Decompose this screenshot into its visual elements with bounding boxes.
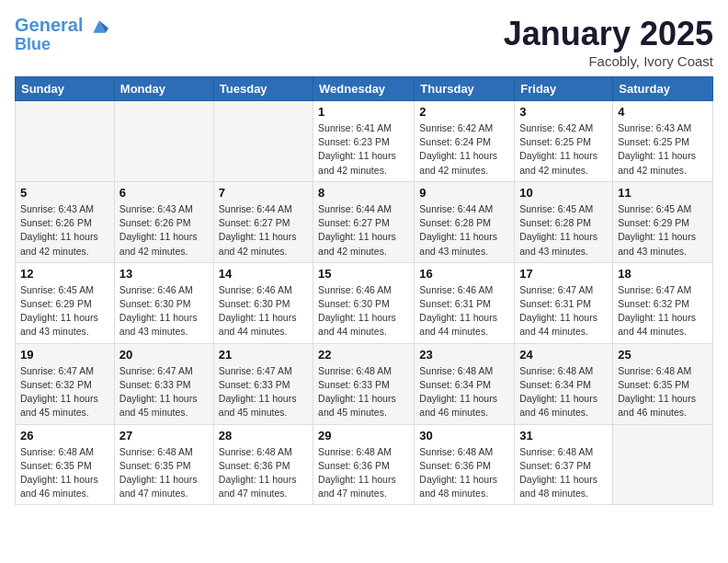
day-info: Sunrise: 6:48 AM Sunset: 6:37 PM Dayligh… bbox=[519, 445, 608, 501]
calendar-cell bbox=[114, 101, 213, 182]
calendar-cell: 10Sunrise: 6:45 AM Sunset: 6:28 PM Dayli… bbox=[515, 181, 613, 262]
day-info: Sunrise: 6:45 AM Sunset: 6:28 PM Dayligh… bbox=[519, 202, 608, 259]
day-number: 20 bbox=[119, 348, 209, 362]
day-info: Sunrise: 6:43 AM Sunset: 6:25 PM Dayligh… bbox=[618, 121, 708, 178]
calendar-cell: 22Sunrise: 6:48 AM Sunset: 6:33 PM Dayli… bbox=[313, 343, 415, 424]
day-info: Sunrise: 6:43 AM Sunset: 6:26 PM Dayligh… bbox=[119, 202, 209, 259]
calendar-cell: 30Sunrise: 6:48 AM Sunset: 6:36 PM Dayli… bbox=[415, 424, 515, 505]
logo-icon bbox=[90, 17, 108, 36]
day-info: Sunrise: 6:48 AM Sunset: 6:36 PM Dayligh… bbox=[219, 445, 308, 501]
logo-blue: Blue bbox=[15, 36, 108, 54]
day-number: 27 bbox=[119, 429, 209, 442]
day-info: Sunrise: 6:46 AM Sunset: 6:31 PM Dayligh… bbox=[419, 283, 509, 339]
weekday-header-tuesday: Tuesday bbox=[213, 77, 313, 101]
calendar-cell: 31Sunrise: 6:48 AM Sunset: 6:37 PM Dayli… bbox=[515, 424, 613, 505]
calendar-table: SundayMondayTuesdayWednesdayThursdayFrid… bbox=[15, 76, 713, 505]
day-number: 26 bbox=[20, 429, 109, 442]
day-number: 9 bbox=[419, 186, 509, 200]
day-number: 30 bbox=[419, 429, 509, 442]
calendar-cell: 14Sunrise: 6:46 AM Sunset: 6:30 PM Dayli… bbox=[213, 262, 313, 343]
calendar-cell: 18Sunrise: 6:47 AM Sunset: 6:32 PM Dayli… bbox=[613, 262, 713, 343]
day-info: Sunrise: 6:48 AM Sunset: 6:33 PM Dayligh… bbox=[318, 364, 409, 420]
day-info: Sunrise: 6:44 AM Sunset: 6:27 PM Dayligh… bbox=[318, 202, 409, 259]
weekday-header-sunday: Sunday bbox=[16, 77, 115, 101]
day-info: Sunrise: 6:46 AM Sunset: 6:30 PM Dayligh… bbox=[219, 283, 308, 339]
location: Facobly, Ivory Coast bbox=[504, 53, 713, 69]
day-number: 23 bbox=[419, 348, 509, 362]
calendar-week-row: 1Sunrise: 6:41 AM Sunset: 6:23 PM Daylig… bbox=[16, 101, 713, 182]
day-info: Sunrise: 6:43 AM Sunset: 6:26 PM Dayligh… bbox=[20, 202, 109, 259]
day-info: Sunrise: 6:46 AM Sunset: 6:30 PM Dayligh… bbox=[318, 283, 409, 339]
day-number: 7 bbox=[219, 186, 308, 200]
calendar-week-row: 19Sunrise: 6:47 AM Sunset: 6:32 PM Dayli… bbox=[16, 343, 713, 424]
calendar-cell: 20Sunrise: 6:47 AM Sunset: 6:33 PM Dayli… bbox=[114, 343, 213, 424]
day-info: Sunrise: 6:48 AM Sunset: 6:36 PM Dayligh… bbox=[419, 445, 509, 501]
day-info: Sunrise: 6:48 AM Sunset: 6:34 PM Dayligh… bbox=[519, 364, 608, 420]
calendar-cell: 11Sunrise: 6:45 AM Sunset: 6:29 PM Dayli… bbox=[613, 181, 713, 262]
calendar-cell: 1Sunrise: 6:41 AM Sunset: 6:23 PM Daylig… bbox=[313, 101, 415, 182]
calendar-cell: 16Sunrise: 6:46 AM Sunset: 6:31 PM Dayli… bbox=[415, 262, 515, 343]
day-number: 8 bbox=[318, 186, 409, 200]
calendar-cell: 5Sunrise: 6:43 AM Sunset: 6:26 PM Daylig… bbox=[16, 181, 115, 262]
day-info: Sunrise: 6:46 AM Sunset: 6:30 PM Dayligh… bbox=[119, 283, 209, 339]
day-info: Sunrise: 6:42 AM Sunset: 6:24 PM Dayligh… bbox=[419, 121, 509, 178]
day-number: 4 bbox=[618, 105, 708, 119]
day-number: 21 bbox=[219, 348, 308, 362]
calendar-week-row: 5Sunrise: 6:43 AM Sunset: 6:26 PM Daylig… bbox=[16, 181, 713, 262]
day-info: Sunrise: 6:44 AM Sunset: 6:28 PM Dayligh… bbox=[419, 202, 509, 259]
page-header: General Blue January 2025 Facobly, Ivory… bbox=[15, 15, 713, 69]
calendar-cell: 12Sunrise: 6:45 AM Sunset: 6:29 PM Dayli… bbox=[16, 262, 115, 343]
day-number: 16 bbox=[419, 267, 509, 281]
day-number: 17 bbox=[519, 267, 608, 281]
day-info: Sunrise: 6:48 AM Sunset: 6:34 PM Dayligh… bbox=[419, 364, 509, 420]
day-number: 12 bbox=[20, 267, 109, 281]
day-number: 1 bbox=[318, 105, 409, 119]
day-number: 13 bbox=[119, 267, 209, 281]
calendar-cell: 8Sunrise: 6:44 AM Sunset: 6:27 PM Daylig… bbox=[313, 181, 415, 262]
day-info: Sunrise: 6:45 AM Sunset: 6:29 PM Dayligh… bbox=[20, 283, 109, 339]
calendar-cell: 28Sunrise: 6:48 AM Sunset: 6:36 PM Dayli… bbox=[213, 424, 313, 505]
day-number: 5 bbox=[20, 186, 109, 200]
day-number: 14 bbox=[219, 267, 308, 281]
calendar-cell: 15Sunrise: 6:46 AM Sunset: 6:30 PM Dayli… bbox=[313, 262, 415, 343]
day-number: 31 bbox=[519, 429, 608, 442]
calendar-week-row: 26Sunrise: 6:48 AM Sunset: 6:35 PM Dayli… bbox=[16, 424, 713, 505]
logo-text: General bbox=[15, 15, 108, 36]
day-info: Sunrise: 6:48 AM Sunset: 6:35 PM Dayligh… bbox=[618, 364, 708, 420]
calendar-cell bbox=[16, 101, 115, 182]
calendar-cell: 4Sunrise: 6:43 AM Sunset: 6:25 PM Daylig… bbox=[613, 101, 713, 182]
day-info: Sunrise: 6:48 AM Sunset: 6:36 PM Dayligh… bbox=[318, 445, 409, 501]
calendar-cell: 2Sunrise: 6:42 AM Sunset: 6:24 PM Daylig… bbox=[415, 101, 515, 182]
day-info: Sunrise: 6:47 AM Sunset: 6:33 PM Dayligh… bbox=[219, 364, 308, 420]
day-number: 25 bbox=[618, 348, 708, 362]
title-block: January 2025 Facobly, Ivory Coast bbox=[504, 15, 713, 69]
logo: General Blue bbox=[15, 15, 108, 54]
calendar-cell: 21Sunrise: 6:47 AM Sunset: 6:33 PM Dayli… bbox=[213, 343, 313, 424]
day-number: 10 bbox=[519, 186, 608, 200]
calendar-cell: 29Sunrise: 6:48 AM Sunset: 6:36 PM Dayli… bbox=[313, 424, 415, 505]
calendar-cell: 6Sunrise: 6:43 AM Sunset: 6:26 PM Daylig… bbox=[114, 181, 213, 262]
calendar-cell: 26Sunrise: 6:48 AM Sunset: 6:35 PM Dayli… bbox=[16, 424, 115, 505]
day-info: Sunrise: 6:47 AM Sunset: 6:32 PM Dayligh… bbox=[618, 283, 708, 339]
day-info: Sunrise: 6:48 AM Sunset: 6:35 PM Dayligh… bbox=[20, 445, 109, 501]
weekday-header-thursday: Thursday bbox=[415, 77, 515, 101]
calendar-cell bbox=[213, 101, 313, 182]
day-number: 29 bbox=[318, 429, 409, 442]
day-number: 24 bbox=[519, 348, 608, 362]
day-number: 2 bbox=[419, 105, 509, 119]
day-info: Sunrise: 6:48 AM Sunset: 6:35 PM Dayligh… bbox=[119, 445, 209, 501]
weekday-header-friday: Friday bbox=[515, 77, 613, 101]
calendar-cell: 13Sunrise: 6:46 AM Sunset: 6:30 PM Dayli… bbox=[114, 262, 213, 343]
calendar-cell: 27Sunrise: 6:48 AM Sunset: 6:35 PM Dayli… bbox=[114, 424, 213, 505]
day-info: Sunrise: 6:47 AM Sunset: 6:33 PM Dayligh… bbox=[119, 364, 209, 420]
calendar-cell: 9Sunrise: 6:44 AM Sunset: 6:28 PM Daylig… bbox=[415, 181, 515, 262]
day-number: 15 bbox=[318, 267, 409, 281]
day-number: 6 bbox=[119, 186, 209, 200]
day-info: Sunrise: 6:47 AM Sunset: 6:32 PM Dayligh… bbox=[20, 364, 109, 420]
month-title: January 2025 bbox=[504, 15, 713, 53]
day-info: Sunrise: 6:47 AM Sunset: 6:31 PM Dayligh… bbox=[519, 283, 608, 339]
weekday-header-saturday: Saturday bbox=[613, 77, 713, 101]
calendar-header-row: SundayMondayTuesdayWednesdayThursdayFrid… bbox=[16, 77, 713, 101]
day-number: 18 bbox=[618, 267, 708, 281]
calendar-cell: 3Sunrise: 6:42 AM Sunset: 6:25 PM Daylig… bbox=[515, 101, 613, 182]
